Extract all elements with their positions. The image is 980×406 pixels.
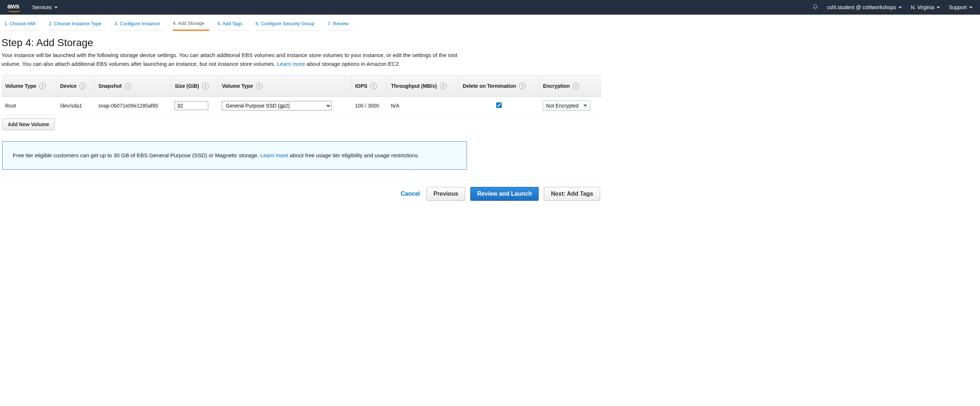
info-icon[interactable]: i [39, 82, 46, 89]
bell-icon [812, 4, 818, 10]
intro-text-b: about storage options in Amazon EC2. [307, 61, 400, 67]
info-icon[interactable]: i [256, 82, 262, 89]
caret-down-icon [969, 6, 973, 8]
info-icon[interactable]: i [519, 82, 525, 89]
main-content: Step 4: Add Storage Your instance will b… [0, 31, 980, 209]
support-menu[interactable]: Support [949, 5, 973, 10]
volume-type-select[interactable]: General Purpose SSD (gp2) [222, 101, 331, 111]
infobox-text-b: about free usage tier eligibility and us… [290, 152, 419, 159]
col-encryption: Encryption [543, 83, 570, 89]
encryption-value: Not Encrypted [546, 103, 579, 109]
row-throughput: N/A [387, 97, 459, 115]
footer-buttons: Cancel Previous Review and Launch Next: … [2, 180, 601, 209]
page-title: Step 4: Add Storage [2, 37, 978, 49]
aws-logo-text: aws [7, 3, 21, 10]
col-size: Size (GiB) [175, 83, 199, 89]
delete-on-term-checkbox[interactable] [496, 102, 502, 108]
previous-button[interactable]: Previous [426, 187, 465, 201]
notifications-button[interactable] [812, 4, 818, 11]
top-nav: aws Services cshl.student @ cshlworkshop… [0, 0, 980, 14]
table-header-row: Volume Typei Devicei Snapshoti Size (GiB… [2, 75, 601, 97]
account-menu[interactable]: cshl.student @ cshlworkshops [827, 5, 902, 10]
step-review[interactable]: 7. Review [328, 19, 353, 31]
step-configure-security-group[interactable]: 6. Configure Security Group [255, 19, 320, 31]
info-icon[interactable]: i [440, 82, 447, 89]
caret-down-icon [583, 105, 587, 107]
cancel-button[interactable]: Cancel [399, 188, 421, 200]
info-icon[interactable]: i [202, 82, 208, 89]
services-label: Services [32, 5, 52, 10]
region-label: N. Virginia [911, 5, 934, 10]
size-input[interactable] [175, 102, 208, 110]
caret-down-icon [54, 6, 58, 8]
col-delete-on-term: Delete on Termination [463, 83, 516, 89]
review-and-launch-button[interactable]: Review and Launch [470, 187, 539, 201]
col-iops: IOPS [355, 83, 367, 89]
step-add-storage: 4. Add Storage [173, 18, 209, 31]
page-intro: Your instance will be launched with the … [2, 51, 463, 68]
info-icon[interactable]: i [370, 82, 377, 89]
caret-down-icon [937, 6, 940, 8]
storage-table: Volume Typei Devicei Snapshoti Size (GiB… [2, 75, 601, 115]
row-device: /dev/sda1 [56, 97, 95, 115]
step-configure-instance[interactable]: 3. Configure Instance [115, 19, 165, 31]
next-add-tags-button[interactable]: Next: Add Tags [544, 187, 600, 201]
learn-more-link[interactable]: Learn more [277, 61, 305, 67]
wizard-steps: 1. Choose AMI 2. Choose Instance Type 3.… [0, 14, 980, 31]
caret-down-icon [898, 6, 902, 8]
col-device: Device [60, 83, 76, 89]
row-iops: 100 / 3000 [351, 97, 387, 115]
info-icon[interactable]: i [573, 82, 579, 89]
row-kind: Root [2, 97, 56, 115]
infobox-text-a: Free tier eligible customers can get up … [13, 152, 260, 159]
table-row: Root /dev/sda1 snap-0b071e09e1285af85 Ge… [2, 97, 601, 115]
aws-logo[interactable]: aws [7, 3, 21, 12]
encryption-select[interactable]: Not Encrypted [543, 101, 590, 111]
step-choose-instance-type[interactable]: 2. Choose Instance Type [49, 19, 107, 31]
col-volume-kind: Volume Type [5, 83, 36, 89]
col-snapshot: Snapshot [99, 83, 122, 89]
info-icon[interactable]: i [80, 82, 86, 89]
infobox-learn-more-link[interactable]: Learn more [260, 152, 288, 159]
row-snapshot: snap-0b071e09e1285af85 [94, 97, 171, 115]
free-tier-infobox: Free tier eligible customers can get up … [2, 141, 467, 170]
col-volume-type: Volume Type [222, 83, 253, 89]
col-throughput: Throughput (MB/s) [391, 83, 437, 89]
step-choose-ami[interactable]: 1. Choose AMI [5, 19, 41, 31]
account-label: cshl.student @ cshlworkshops [827, 5, 896, 10]
region-menu[interactable]: N. Virginia [911, 5, 940, 10]
add-new-volume-button[interactable]: Add New Volume [2, 119, 54, 130]
info-icon[interactable]: i [125, 82, 131, 89]
support-label: Support [949, 5, 967, 10]
step-add-tags[interactable]: 5. Add Tags [217, 19, 247, 31]
services-menu[interactable]: Services [32, 5, 58, 10]
